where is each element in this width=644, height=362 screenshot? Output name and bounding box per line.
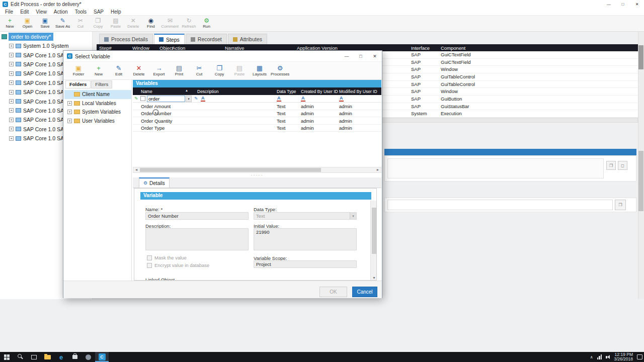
description-field[interactable]: [145, 228, 249, 250]
toolbar-button[interactable]: ✕ Delete: [124, 17, 142, 30]
ok-button[interactable]: OK: [319, 287, 347, 297]
toolbar-button[interactable]: ✎ Save As: [54, 17, 71, 30]
insert-variable-button[interactable]: ❐: [606, 161, 616, 170]
expander-icon[interactable]: +: [9, 136, 14, 141]
variable-row[interactable]: Order Number Text admin admin: [133, 110, 381, 118]
close-button[interactable]: ✕: [630, 0, 644, 9]
menu-item[interactable]: Edit: [17, 9, 32, 15]
search-button[interactable]: [14, 352, 27, 362]
expander-icon[interactable]: +: [9, 99, 14, 104]
variable-row[interactable]: Order Amount Text admin admin: [133, 103, 381, 110]
dialog-toolbar-button[interactable]: ✎ Edit: [109, 65, 129, 77]
scrollbar-thumb[interactable]: [638, 151, 643, 211]
text-filter-icon[interactable]: A: [339, 96, 344, 102]
store-button[interactable]: [68, 352, 82, 362]
task-view-button[interactable]: [27, 352, 41, 362]
dialog-toolbar-button[interactable]: ▤ Print: [169, 65, 189, 77]
expander-icon[interactable]: +: [9, 62, 14, 66]
tree-item[interactable]: + System 1.0 System: [0, 41, 92, 50]
tab-details[interactable]: ⚙ Details: [139, 177, 170, 188]
toolbar-button[interactable]: ▤ Paste: [107, 17, 124, 30]
mask-value-checkbox[interactable]: [147, 255, 152, 260]
expander-icon[interactable]: +: [67, 101, 72, 106]
dialog-title-bar[interactable]: C Select Variable — □ ✕: [63, 51, 382, 62]
expander-icon[interactable]: +: [9, 44, 14, 48]
folder-tree-item[interactable]: + System Variables: [64, 108, 131, 117]
dialog-toolbar-button[interactable]: ❐ Copy: [209, 65, 229, 77]
initial-value-field[interactable]: 21990: [254, 228, 357, 250]
expand-field-button[interactable]: ◻: [618, 161, 627, 170]
expander-icon[interactable]: +: [9, 53, 14, 57]
dialog-close-button[interactable]: ✕: [368, 51, 382, 62]
toolbar-button[interactable]: ✂ Cut: [71, 17, 89, 30]
variable-row[interactable]: Order Type Text admin admin: [133, 125, 381, 132]
toolbar-button[interactable]: ↻ Refresh: [180, 17, 198, 30]
details-scrollbar[interactable]: ▼: [370, 201, 377, 281]
start-button[interactable]: [0, 352, 14, 362]
variable-scope-field[interactable]: [254, 260, 357, 268]
dialog-maximize-button[interactable]: □: [354, 51, 368, 62]
folder-tree-item[interactable]: + Local Variables: [64, 99, 131, 108]
network-icon[interactable]: [597, 354, 602, 359]
expander-icon[interactable]: +: [9, 127, 14, 131]
expander-icon[interactable]: +: [9, 90, 14, 95]
toolbar-button[interactable]: ❐ Copy: [89, 17, 107, 30]
edge-button[interactable]: e: [54, 352, 68, 362]
folders-filters-tab[interactable]: Filters: [91, 80, 112, 88]
column-header[interactable]: Data Type: [277, 89, 296, 94]
filter-dropdown-icon[interactable]: ▾: [186, 96, 192, 102]
tree-root-item[interactable]: order to delivery*: [0, 32, 92, 41]
notification-center-icon[interactable]: [637, 354, 642, 359]
name-field[interactable]: [145, 212, 249, 220]
content-tab[interactable]: Attributes: [228, 34, 267, 44]
expander-icon[interactable]: +: [9, 108, 14, 113]
splitter-grip[interactable]: ·····: [133, 173, 381, 177]
scroll-down-icon[interactable]: ▼: [371, 275, 377, 281]
toolbar-button[interactable]: ⚙ Run: [198, 17, 215, 30]
file-explorer-button[interactable]: [41, 352, 54, 362]
scrollbar-thumb[interactable]: [372, 208, 376, 254]
taskbar-clock[interactable]: 12:19 PM 3/26/2018: [614, 352, 633, 362]
volume-icon[interactable]: [606, 355, 610, 359]
expander-icon[interactable]: +: [67, 110, 72, 114]
folder-tree-item[interactable]: Client Name: [64, 90, 131, 99]
scroll-left-icon[interactable]: ◄: [133, 167, 139, 172]
process-studio-button[interactable]: C: [95, 352, 109, 362]
toolbar-button[interactable]: + New: [1, 17, 19, 30]
variable-row[interactable]: Order Quantity Text admin admin: [133, 117, 381, 125]
dialog-toolbar-button[interactable]: ▣ Folder: [68, 65, 89, 77]
column-header[interactable]: Interface: [411, 45, 430, 51]
field-options-button[interactable]: ❐: [615, 200, 626, 210]
column-header[interactable]: Component: [441, 45, 465, 51]
dialog-toolbar-button[interactable]: ▦ Layouts: [250, 65, 270, 77]
row-checkbox[interactable]: [140, 96, 145, 101]
text-filter-icon[interactable]: A: [201, 96, 205, 102]
menu-item[interactable]: View: [32, 9, 50, 15]
menu-item[interactable]: Tools: [71, 9, 90, 15]
expander-icon[interactable]: +: [9, 118, 14, 122]
folders-filters-tab[interactable]: Folders: [65, 80, 91, 88]
column-header[interactable]: Modified By User ID: [339, 89, 377, 94]
column-header[interactable]: Description: [197, 89, 219, 94]
pinned-app-button[interactable]: [82, 352, 95, 362]
column-header[interactable]: Created By User ID: [301, 89, 338, 94]
content-tab[interactable]: Steps: [154, 34, 185, 44]
chevron-down-icon[interactable]: ▾: [350, 213, 356, 219]
toolbar-button[interactable]: ▣ Save: [36, 17, 54, 30]
pencil-icon[interactable]: ✎: [194, 96, 198, 101]
expander-icon[interactable]: +: [9, 71, 14, 76]
menu-item[interactable]: Action: [50, 9, 71, 15]
dialog-toolbar-button[interactable]: ✕ Delete: [129, 65, 149, 77]
scroll-right-icon[interactable]: ►: [375, 167, 381, 172]
dialog-toolbar-button[interactable]: ✂ Cut: [189, 65, 209, 77]
dialog-minimize-button[interactable]: —: [340, 51, 354, 62]
text-filter-icon[interactable]: A: [277, 96, 281, 102]
tray-chevron-icon[interactable]: ∧: [590, 355, 593, 359]
column-header[interactable]: Name: [141, 89, 152, 94]
menu-item[interactable]: Help: [107, 9, 125, 15]
menu-item[interactable]: File: [2, 9, 17, 15]
minimize-button[interactable]: —: [602, 0, 616, 9]
toolbar-button[interactable]: ◉ Find: [142, 17, 159, 30]
data-type-select[interactable]: Text ▾: [254, 212, 357, 220]
folder-tree-item[interactable]: + User Variables: [64, 117, 131, 126]
